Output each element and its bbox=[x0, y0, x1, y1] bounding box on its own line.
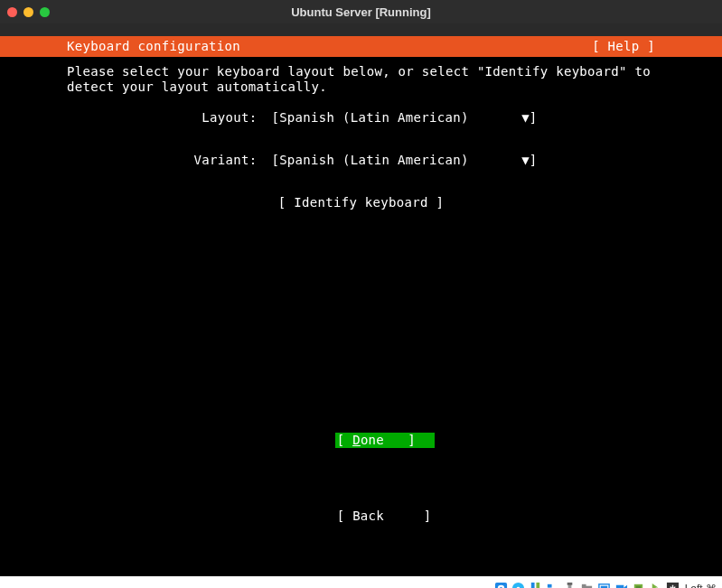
host-key-label: Left ⌘ bbox=[685, 583, 717, 589]
window-titlebar: Ubuntu Server [Running] bbox=[0, 0, 722, 23]
svg-rect-10 bbox=[567, 583, 573, 585]
back-button[interactable]: [ Back ] bbox=[335, 509, 435, 524]
processor-icon[interactable] bbox=[632, 582, 646, 589]
svg-rect-5 bbox=[531, 583, 535, 588]
layout-value: Spanish (Latin American) bbox=[279, 110, 518, 126]
layout-row: Layout: [ Spanish (Latin American) ▼ ] bbox=[0, 110, 722, 126]
bracket-close: ] bbox=[530, 110, 538, 126]
svg-rect-7 bbox=[548, 584, 552, 588]
chevron-down-icon: ▼ bbox=[521, 153, 530, 168]
chevron-down-icon: ▼ bbox=[521, 110, 530, 126]
bracket-open: [ bbox=[271, 110, 279, 126]
mouse-integration-icon[interactable] bbox=[649, 582, 663, 589]
network-icon[interactable] bbox=[546, 582, 560, 589]
installer-header: Keyboard configuration [ Help ] bbox=[0, 36, 722, 57]
identify-keyboard-button[interactable]: [ Identify keyboard ] bbox=[278, 195, 444, 210]
variant-select[interactable]: [ Spanish (Latin American) ▼ ] bbox=[271, 153, 537, 168]
keyboard-capture-icon[interactable] bbox=[666, 582, 680, 589]
optical-disk-icon[interactable] bbox=[511, 582, 526, 589]
bracket-close: ] bbox=[530, 153, 538, 168]
window-controls bbox=[7, 7, 50, 17]
variant-label: Variant: bbox=[184, 153, 257, 168]
recording-icon[interactable] bbox=[614, 582, 629, 589]
maximize-window-button[interactable] bbox=[40, 7, 50, 17]
identify-row: [ Identify keyboard ] bbox=[0, 195, 722, 210]
display-icon[interactable] bbox=[597, 582, 612, 589]
usb-icon[interactable] bbox=[563, 582, 577, 589]
layout-label: Layout: bbox=[184, 110, 257, 126]
svg-rect-12 bbox=[582, 584, 586, 587]
shared-folder-icon[interactable] bbox=[580, 582, 595, 589]
terminal-screen: Keyboard configuration [ Help ] Please s… bbox=[0, 36, 722, 576]
hard-disk-icon[interactable] bbox=[494, 582, 509, 589]
instructions-text: Please select your keyboard layout below… bbox=[0, 57, 722, 95]
svg-rect-6 bbox=[537, 583, 540, 588]
vm-statusbar: Left ⌘ bbox=[0, 576, 722, 588]
window-title: Ubuntu Server [Running] bbox=[0, 5, 722, 19]
minimize-window-button[interactable] bbox=[23, 7, 33, 17]
help-button[interactable]: [ Help ] bbox=[592, 39, 655, 54]
variant-row: Variant: [ Spanish (Latin American) ▼ ] bbox=[0, 153, 722, 168]
close-window-button[interactable] bbox=[7, 7, 17, 17]
layout-select[interactable]: [ Spanish (Latin American) ▼ ] bbox=[271, 110, 537, 126]
keyboard-form: Layout: [ Spanish (Latin American) ▼ ] V… bbox=[0, 110, 722, 210]
bracket-open: [ bbox=[271, 153, 279, 168]
instructions-line: Please select your keyboard layout below… bbox=[67, 64, 655, 79]
footer-buttons: [ Done ] [ Back ] bbox=[0, 387, 722, 569]
done-button[interactable]: [ Done ] bbox=[335, 433, 435, 448]
instructions-line: detect your layout automatically. bbox=[67, 79, 655, 95]
variant-value: Spanish (Latin American) bbox=[279, 153, 518, 168]
page-title: Keyboard configuration bbox=[67, 39, 240, 54]
audio-icon[interactable] bbox=[529, 582, 543, 589]
